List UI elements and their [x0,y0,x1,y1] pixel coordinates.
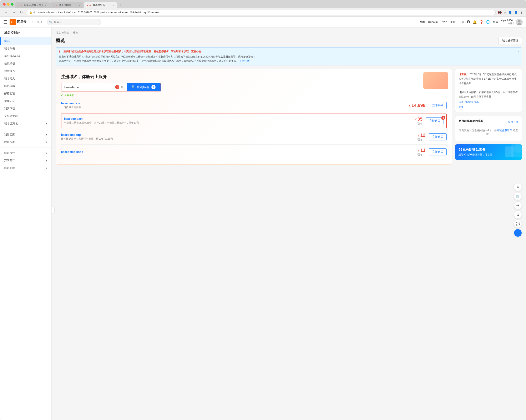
address-bar[interactable]: 🔒 dc.console.aliyun.com/next/index?spm=5… [26,10,496,15]
tab-3[interactable]: C→ 域名控制台 × [84,2,117,8]
globe-icon[interactable]: 🌐 [486,20,490,24]
domain-query-button[interactable]: 🔍 查询域名 2 [127,83,161,91]
nav-actions: 📵 ☆ 👤 👤 ⋮ [498,10,523,14]
domain-price-col-cn: ¥ 35 /首年 [415,116,423,125]
user-info[interactable]: aliyun8806... 主账号 [501,19,523,25]
help-icon[interactable]: ❓ [479,20,484,24]
sidebar-item-transfer-out-label: 域名转出 [4,84,15,88]
domain-desc-com: 一口价域名售卖中 [61,106,405,109]
float-ar-button[interactable]: AR [514,201,522,209]
alert-title-text: 【重要】域名注册必须使用已完成实名认证的信息模板；未实名认证域名不能续费、将被暂… [61,50,201,53]
sidebar-item-transfer-in[interactable]: 域名转入 [0,75,51,82]
sidebar-item-info-template-label: 信息模板 [4,62,15,65]
close-traffic-light[interactable] [3,3,6,6]
sidebar-item-seller[interactable]: 我是卖家 ∨ [0,131,51,138]
sidebar-item-security-lock[interactable]: 安全锁管理 [0,112,51,120]
tab-menu-button[interactable]: ⌄ [516,2,523,8]
sidebar-item-info-template[interactable]: 信息模板 [0,60,51,67]
float-apps-button[interactable]: ⊞ [514,229,522,237]
nav-item-enterprise[interactable]: 企业 [441,20,447,24]
sidebar-item-batch[interactable]: 批量操作 [0,67,51,75]
forward-button[interactable]: → [11,10,17,15]
float-edit-button[interactable]: ✏ [514,183,522,191]
language-btn[interactable]: 简体 [493,20,498,24]
sidebar-item-overview[interactable]: 概览 [0,37,51,45]
alert-link[interactable]: 了解详情 [240,59,250,62]
nav-item-fee[interactable]: 费用 [419,20,425,24]
sidebar-item-snap[interactable]: 域名抢注 ∨ [0,149,51,157]
buy-button-com[interactable]: 立即购买 [429,102,447,109]
domain-result-shop: basedemo.shop ¥ 11 /首年 ... 立即购买 [61,144,447,159]
sidebar-item-preorder-label: 万网预订 [4,159,15,163]
image-icon[interactable]: 🖼 [467,20,470,24]
sidebar-item-domain-list[interactable]: 域名列表 [0,45,51,52]
sidebar-item-buyback[interactable]: 域名回购 ∨ [0,164,51,172]
profile-icon[interactable]: 👤 [514,10,518,14]
sidebar-item-history[interactable]: 历史域名记录 [0,52,51,60]
sidebar-item-preorder[interactable]: 万网预订 ∨ [0,157,51,164]
tab-3-close[interactable]: × [112,4,114,7]
alert-banner: ℹ 【重要】域名注册必须使用已完成实名认证的信息模板；未实名认证域名不能续费、将… [56,48,522,65]
domain-name-top: basedemo.top [61,133,409,136]
float-cart-button[interactable]: 🛒 [514,192,522,200]
new-tab-button[interactable]: + [118,2,124,8]
browser-window: C→ 阿里云控制台首页 × C→ 域名控制台 × C→ 域名控制台 × + ⌄ … [0,0,526,420]
sidebar-collapse-button[interactable]: ‹ [52,207,55,214]
float-settings-button[interactable]: ⚙ [514,211,522,219]
alert-close-button[interactable]: × [517,50,519,53]
hamburger-menu-button[interactable]: ☰ [3,20,7,25]
sidebar-item-operation-log-label: 操作记录 [4,99,15,103]
workbench-button[interactable]: ⌂ 工作台 [29,19,45,25]
domain-name-cn: basedemo.cn [64,117,412,120]
nav-item-support[interactable]: 支持 [450,20,456,24]
sidebar-item-operation-log[interactable]: 操作记录 [0,97,51,105]
logo-text: 阿里云 [17,20,26,24]
breadcrumb-domain-console[interactable]: 域名控制台 [56,31,69,35]
domain-search-input[interactable] [63,83,114,91]
tab-2[interactable]: C→ 域名控制台 × [50,2,83,8]
tab-1[interactable]: C→ 阿里云控制台首页 × [15,2,50,8]
account-icon[interactable]: 👤 [508,10,512,14]
tab-1-close[interactable]: × [45,4,46,7]
search-clear-button[interactable]: × [119,85,124,89]
price-prefix-top: ¥ [418,134,420,137]
logo-icon-text: C→ [11,21,14,23]
buy-button-cn[interactable]: 立即购买 [426,117,444,124]
back-button[interactable]: ← [3,10,9,15]
sidebar-item-batch-label: 批量操作 [4,69,15,73]
nav-item-ticket[interactable]: 工单 [459,20,464,24]
website-banner[interactable]: 99元自助建站套餐 建站+2核2G云服务器，可备案 [455,144,522,160]
float-chat-button[interactable]: 💬 [514,220,522,228]
switch-button[interactable]: ↻ 换一换 [508,120,518,124]
menu-dots-icon[interactable]: ⋮ [520,10,523,14]
nav-item-icp[interactable]: ICP备案 [428,20,438,24]
domain-tld-shop: .shop [75,150,83,154]
domain-price-col-com: ¥ 14,698 [405,103,425,108]
sidebar-item-transfer-out[interactable]: 域名转出 [0,82,51,90]
screen-share-icon[interactable]: 📵 [498,10,502,14]
domain-buy-col-cn: 立即购买 3 [426,117,444,124]
tab-2-close[interactable]: × [79,4,80,7]
refresh-button[interactable]: ↻ [19,10,24,15]
sidebar-item-domain-list-label: 域名列表 [4,47,15,51]
maximize-traffic-light[interactable] [11,3,13,6]
mailbox-link[interactable]: 点击了解更多优惠 [459,101,479,103]
domain-name-shop: basedemo.shop [61,150,409,154]
sidebar-item-buyer[interactable]: 我是买家 ∨ [0,138,51,146]
sidebar-item-snap-label: 域名抢注 [4,151,15,155]
apps-icon: ⊞ [517,231,519,235]
more-link[interactable]: 更多 [459,105,464,108]
bell-icon[interactable]: 🔔 [473,20,477,24]
right-side-column: 【重要】 2022年2月15日起域名注册必须使用已完成实名认证的信息模板；3月1… [455,69,522,168]
dns-manage-button[interactable]: 域名解析管理 [498,37,522,44]
header-search-input[interactable] [47,19,101,25]
sidebar-item-buyback-label: 域名回购 [4,166,15,170]
sidebar-item-downloads[interactable]: 我的下载 [0,105,51,112]
intelligent-recommend-link[interactable]: 智能推荐引擎 [497,129,512,132]
bookmark-icon[interactable]: ☆ [504,10,506,14]
sidebar-item-email-verify[interactable]: 邮箱验证 [0,90,51,97]
buy-button-top[interactable]: 立即购买 [429,133,447,140]
minimize-traffic-light[interactable] [7,3,10,6]
buy-button-shop[interactable]: 立即购买 [429,148,447,155]
sidebar-item-package[interactable]: 域名优惠包 ∨ [0,120,51,127]
